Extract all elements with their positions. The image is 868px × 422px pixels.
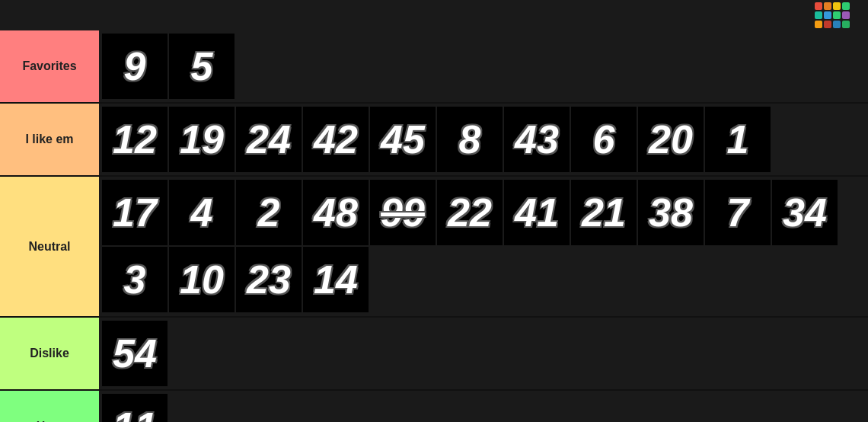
racing-number-45: 45 <box>381 120 425 159</box>
racing-number-6: 6 <box>593 120 615 159</box>
tiermaker-logo <box>815 2 856 28</box>
tier-label-ilikeem: I like em <box>0 104 99 175</box>
tier-item-38: 38 <box>638 180 704 245</box>
racing-number-8: 8 <box>459 120 481 159</box>
tier-item-42: 42 <box>303 107 369 172</box>
tier-item-17: 17 <box>102 180 168 245</box>
racing-number-2: 2 <box>258 193 280 232</box>
racing-number-9: 9 <box>124 46 146 86</box>
tier-label-dislike: Dislike <box>0 318 99 389</box>
racing-number-3: 3 <box>124 260 146 299</box>
racing-number-24: 24 <box>247 120 291 159</box>
tier-item-12: 12 <box>102 107 168 172</box>
tier-row-ilikeem: I like em12192442458436201 <box>0 104 868 177</box>
racing-number-11: 11 <box>113 407 157 422</box>
tier-item-9: 9 <box>102 34 168 99</box>
racing-number-42: 42 <box>314 120 358 159</box>
tier-item-11: 11 <box>102 394 168 422</box>
tier-row-hate: Hate11 <box>0 391 868 422</box>
tier-item-99: 99 <box>370 180 436 245</box>
tier-item-54: 54 <box>102 321 168 386</box>
racing-number-14: 14 <box>314 260 358 299</box>
tier-row-favorites: Favorites95 <box>0 30 868 104</box>
header <box>0 0 868 30</box>
tier-item-6: 6 <box>571 107 637 172</box>
tier-item-4: 4 <box>169 180 235 245</box>
tier-item-21: 21 <box>571 180 637 245</box>
logo-grid-icon <box>815 2 850 28</box>
racing-number-1: 1 <box>727 120 749 159</box>
tier-item-5: 5 <box>169 34 235 99</box>
tier-label-neutral: Neutral <box>0 177 99 316</box>
tier-items-dislike: 54 <box>99 318 868 389</box>
racing-number-4: 4 <box>191 193 213 232</box>
tier-item-22: 22 <box>437 180 503 245</box>
racing-number-21: 21 <box>582 193 626 232</box>
tier-table: Favorites95I like em12192442458436201Neu… <box>0 30 868 422</box>
tier-item-10: 10 <box>169 247 235 312</box>
tier-label-favorites: Favorites <box>0 30 99 102</box>
tier-row-neutral: Neutral17424899224121387343102314 <box>0 177 868 318</box>
tier-item-20: 20 <box>638 107 704 172</box>
tier-item-8: 8 <box>437 107 503 172</box>
tier-items-ilikeem: 12192442458436201 <box>99 104 868 175</box>
racing-number-19: 19 <box>180 120 224 159</box>
racing-number-38: 38 <box>649 193 693 232</box>
racing-number-34: 34 <box>783 193 827 232</box>
tier-row-dislike: Dislike54 <box>0 318 868 391</box>
tier-item-3: 3 <box>102 247 168 312</box>
tier-item-34: 34 <box>772 180 838 245</box>
tier-items-hate: 11 <box>99 391 868 422</box>
tier-items-neutral: 17424899224121387343102314 <box>99 177 868 316</box>
racing-number-54: 54 <box>113 334 157 373</box>
racing-number-41: 41 <box>515 193 559 232</box>
racing-number-7: 7 <box>727 193 749 232</box>
tier-item-14: 14 <box>303 247 369 312</box>
racing-number-10: 10 <box>180 260 224 299</box>
tier-item-48: 48 <box>303 180 369 245</box>
racing-number-12: 12 <box>113 120 157 159</box>
racing-number-17: 17 <box>113 193 157 232</box>
racing-number-48: 48 <box>314 193 358 232</box>
tier-item-41: 41 <box>504 180 570 245</box>
racing-number-22: 22 <box>448 193 492 232</box>
racing-number-20: 20 <box>649 120 693 159</box>
racing-number-43: 43 <box>515 120 559 159</box>
tier-item-45: 45 <box>370 107 436 172</box>
racing-number-5: 5 <box>191 46 213 86</box>
tier-item-1: 1 <box>705 107 771 172</box>
tier-items-favorites: 95 <box>99 30 868 102</box>
tier-item-19: 19 <box>169 107 235 172</box>
tier-label-hate: Hate <box>0 391 99 422</box>
racing-number-99: 99 <box>381 193 425 232</box>
tier-item-2: 2 <box>236 180 302 245</box>
racing-number-23: 23 <box>247 260 291 299</box>
tier-item-23: 23 <box>236 247 302 312</box>
tier-item-43: 43 <box>504 107 570 172</box>
tier-item-7: 7 <box>705 180 771 245</box>
tier-item-24: 24 <box>236 107 302 172</box>
